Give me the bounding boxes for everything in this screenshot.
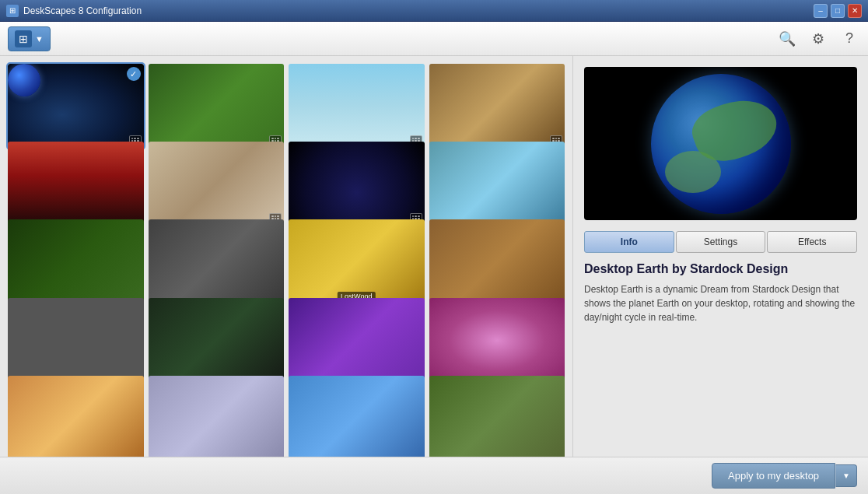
wallpaper-thumb-7[interactable]	[289, 142, 425, 226]
toolbar-right: 🔍 ⚙ ?	[776, 28, 860, 50]
wallpaper-thumb-5[interactable]	[8, 142, 144, 226]
thumb-earth-globe	[8, 64, 40, 96]
settings-button[interactable]: ⚙	[807, 28, 829, 50]
wallpaper-thumb-12[interactable]	[429, 219, 565, 304]
preview-earth-globe	[651, 74, 791, 214]
wallpaper-thumb-6[interactable]	[149, 142, 285, 226]
window-title: DeskScapes 8 Configuration	[23, 5, 814, 16]
main-container: ⊞ ▼ 🔍 ⚙ ? ✓LostWood InfoSetting	[0, 22, 868, 494]
wallpaper-thumb-2[interactable]	[149, 64, 285, 149]
tab-settings[interactable]: Settings	[676, 231, 766, 253]
content-area: ✓LostWood InfoSettingsEffects Desktop Ea…	[0, 56, 868, 457]
wallpaper-thumb-20[interactable]	[429, 376, 565, 457]
tab-effects[interactable]: Effects	[767, 231, 857, 253]
logo-dropdown-arrow: ▼	[35, 34, 44, 44]
search-button[interactable]: 🔍	[776, 28, 798, 50]
wallpaper-description: Desktop Earth is a dynamic Dream from St…	[584, 282, 857, 324]
wallpaper-thumb-13[interactable]	[8, 298, 144, 383]
wallpaper-thumb-3[interactable]	[289, 64, 425, 149]
apply-to-desktop-button[interactable]: Apply to my desktop	[712, 463, 835, 489]
wallpaper-thumb-18[interactable]	[149, 376, 285, 457]
wallpaper-grid-panel: ✓LostWood	[0, 56, 572, 457]
right-panel: InfoSettingsEffects Desktop Earth by Sta…	[572, 56, 868, 457]
logo-dropdown-button[interactable]: ⊞ ▼	[8, 26, 51, 51]
apply-dropdown-button[interactable]: ▼	[835, 464, 857, 487]
toolbar: ⊞ ▼ 🔍 ⚙ ?	[0, 22, 868, 56]
wallpaper-thumb-19[interactable]	[289, 376, 425, 457]
wallpaper-thumb-14[interactable]	[149, 298, 285, 383]
wallpaper-thumb-1[interactable]: ✓	[8, 64, 144, 149]
window-controls: – □ ✕	[814, 4, 862, 18]
tab-info[interactable]: Info	[584, 231, 674, 253]
app-icon: ⊞	[6, 5, 19, 17]
wallpaper-thumb-17[interactable]	[8, 376, 144, 457]
wallpaper-preview	[584, 67, 857, 220]
wallpaper-thumb-16[interactable]	[429, 298, 565, 383]
bottom-bar: Apply to my desktop ▼	[0, 457, 868, 494]
logo-icon: ⊞	[15, 30, 32, 47]
wallpaper-thumb-11[interactable]: LostWood	[289, 219, 425, 304]
thumb-selected-check: ✓	[127, 67, 141, 81]
wallpaper-thumb-10[interactable]	[149, 219, 285, 304]
wallpaper-thumb-4[interactable]	[429, 64, 565, 149]
close-button[interactable]: ✕	[848, 4, 862, 18]
wallpaper-thumb-9[interactable]	[8, 219, 144, 304]
apply-dropdown-icon: ▼	[842, 471, 850, 480]
wallpaper-thumb-15[interactable]	[289, 298, 425, 383]
wallpaper-title: Desktop Earth by Stardock Design	[584, 262, 857, 276]
maximize-button[interactable]: □	[831, 4, 845, 18]
wallpaper-grid: ✓LostWood	[0, 56, 572, 457]
title-bar: ⊞ DeskScapes 8 Configuration – □ ✕	[0, 0, 868, 22]
help-button[interactable]: ?	[838, 28, 860, 50]
minimize-button[interactable]: –	[814, 4, 828, 18]
wallpaper-thumb-8[interactable]	[429, 142, 565, 226]
toolbar-left: ⊞ ▼	[8, 26, 51, 51]
detail-tabs: InfoSettingsEffects	[584, 231, 857, 253]
